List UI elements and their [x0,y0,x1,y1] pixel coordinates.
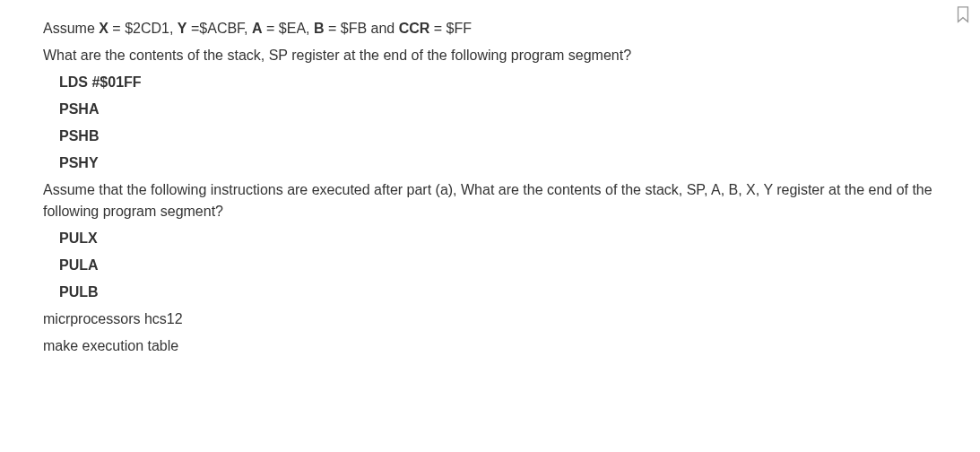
code-line: PSHA [43,99,980,120]
paragraph-assumptions: Assume X = $2CD1, Y =$ACBF, A = $EA, B =… [43,18,980,39]
question-body: Assume X = $2CD1, Y =$ACBF, A = $EA, B =… [43,18,980,357]
text: = $2CD1, [108,21,178,36]
paragraph-topic: micrprocessors hcs12 [43,309,980,330]
text: = $FF [429,21,472,36]
paragraph-instruction: make execution table [43,335,980,357]
paragraph-question-a: What are the contents of the stack, SP r… [43,45,980,66]
bookmark-icon[interactable] [955,5,973,23]
var-y: Y [178,21,187,36]
var-ccr: CCR [399,21,430,36]
paragraph-question-b: Assume that the following instructions a… [43,179,949,222]
code-line: PSHB [43,126,980,147]
var-x: X [99,21,108,36]
var-a: A [252,21,263,36]
text: = $FB and [325,21,399,36]
code-line: PULX [43,228,980,249]
text: =$ACBF, [187,21,252,36]
text: Assume [43,21,99,36]
code-line: PULA [43,255,980,276]
text: = $EA, [263,21,314,36]
code-line: PULB [43,282,980,303]
var-b: B [314,21,325,36]
code-line: LDS #$01FF [43,72,980,93]
code-line: PSHY [43,152,980,174]
